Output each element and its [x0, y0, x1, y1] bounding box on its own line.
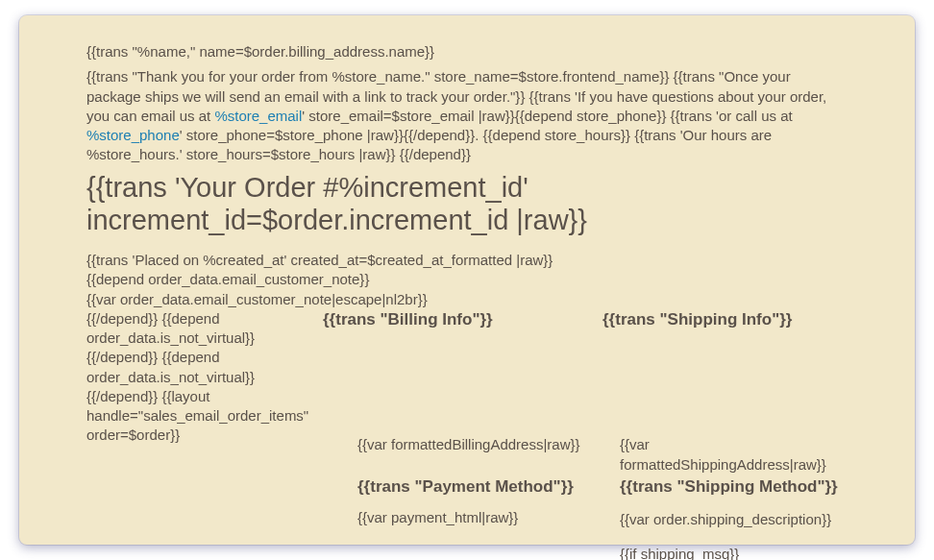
layout-row: {{/depend}} {{depend order_data.is_not_v…	[86, 309, 848, 426]
placed-on-line: {{trans 'Placed on %created_at' created_…	[86, 251, 848, 270]
payment-html-value: {{var payment_html|raw}}	[357, 508, 585, 527]
billing-address-value: {{var formattedBillingAddress|raw}}	[357, 435, 585, 454]
shipping-if-line: {{if shipping_msg}}	[620, 545, 848, 560]
shipping-description-value: {{var order.shipping_description}}	[620, 510, 848, 529]
order-heading: {{trans 'Your Order #%increment_id' incr…	[86, 171, 848, 238]
store-phone-link[interactable]: %store_phone	[86, 127, 180, 143]
payment-method-heading: {{trans "Payment Method"}}	[357, 476, 585, 499]
email-template-card: {{trans "%name," name=$order.billing_add…	[19, 15, 915, 545]
intro-part2: ' store_email=$store_email |raw}}{{depen…	[302, 108, 792, 124]
greeting-line: {{trans "%name," name=$order.billing_add…	[86, 42, 848, 61]
shipping-address-value: {{var formattedShippingAddress|raw}}	[620, 435, 848, 475]
store-email-link[interactable]: %store_email	[214, 108, 302, 124]
intro-part3: ' store_phone=$store_phone |raw}}{{/depe…	[86, 127, 772, 162]
layout-suffix: order=$order}}	[86, 426, 323, 445]
layout-prefix: {{/depend}} {{depend order_data.is_not_v…	[86, 310, 308, 424]
intro-paragraph: {{trans "Thank you for your order from %…	[86, 67, 848, 164]
note-var-line: {{var order_data.email_customer_note|esc…	[86, 290, 848, 309]
shipping-method-heading: {{trans "Shipping Method"}}	[620, 476, 848, 499]
note-depend-line: {{depend order_data.email_customer_note}…	[86, 270, 848, 289]
shipping-info-heading: {{trans "Shipping Info"}}	[602, 310, 792, 329]
billing-info-heading: {{trans "Billing Info"}}	[323, 310, 493, 329]
